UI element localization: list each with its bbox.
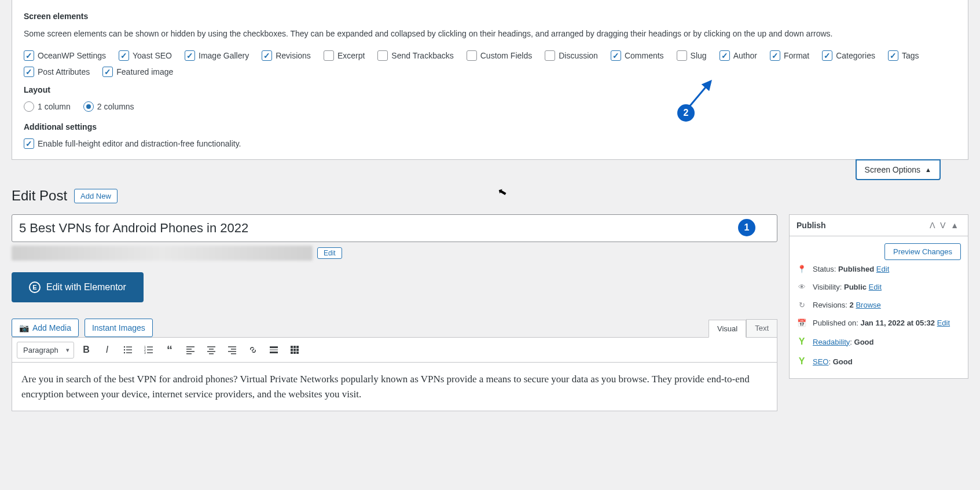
edit-with-elementor-button[interactable]: E Edit with Elementor <box>12 272 144 302</box>
checkbox-yoast-seo[interactable]: Yoast SEO <box>119 50 172 61</box>
svg-rect-30 <box>291 349 293 351</box>
checkbox-author[interactable]: Author <box>720 50 757 61</box>
publish-metabox: Publish ᐱ ᐯ ▲ Preview Changes 📍 Status: … <box>789 214 968 379</box>
checkbox-discussion[interactable]: Discussion <box>545 50 598 61</box>
checkbox-icon <box>377 50 388 61</box>
toolbar-toggle-button[interactable] <box>286 341 303 359</box>
status-edit-link[interactable]: Edit <box>876 265 889 273</box>
radio-1-column[interactable]: 1 column <box>24 101 71 112</box>
published-edit-link[interactable]: Edit <box>937 319 950 327</box>
checkbox-categories[interactable]: Categories <box>822 50 875 61</box>
svg-rect-28 <box>293 346 296 348</box>
checkbox-label: Format <box>784 51 809 60</box>
checkbox-revisions[interactable]: Revisions <box>262 50 311 61</box>
svg-rect-13 <box>186 349 192 350</box>
svg-rect-35 <box>296 352 299 354</box>
checkbox-label: Author <box>733 51 757 60</box>
move-up-icon[interactable]: ᐱ <box>927 221 938 230</box>
checkbox-oceanwp-settings[interactable]: OceanWP Settings <box>24 50 106 61</box>
link-button[interactable] <box>244 341 262 359</box>
permalink-edit-button[interactable]: Edit <box>317 247 342 259</box>
elementor-icon: E <box>29 281 41 293</box>
visibility-edit-link[interactable]: Edit <box>869 283 882 291</box>
svg-rect-33 <box>291 352 293 354</box>
svg-rect-5 <box>126 352 132 353</box>
post-title-input[interactable] <box>12 214 777 242</box>
read-more-button[interactable] <box>265 341 282 359</box>
numbered-list-button[interactable]: 123 <box>140 341 157 359</box>
align-right-button[interactable] <box>223 341 241 359</box>
page-title-row: Edit Post Add New <box>12 188 968 204</box>
additional-checkbox[interactable]: Enable full-height editor and distractio… <box>24 138 956 149</box>
svg-rect-15 <box>186 353 192 354</box>
blockquote-button[interactable]: “ <box>161 341 178 359</box>
svg-rect-22 <box>228 351 236 352</box>
page-title: Edit Post <box>12 188 67 204</box>
svg-rect-3 <box>126 349 132 350</box>
tab-visual[interactable]: Visual <box>709 320 746 338</box>
calendar-icon: 📅 <box>797 319 807 327</box>
editor-toolbar: Paragraph B I 123 “ <box>12 337 777 363</box>
checkbox-comments[interactable]: Comments <box>611 50 664 61</box>
align-left-button[interactable] <box>182 341 199 359</box>
checkbox-featured-image[interactable]: Featured image <box>102 67 173 77</box>
checkbox-slug[interactable]: Slug <box>677 50 707 61</box>
radio-icon <box>83 101 94 112</box>
screen-options-tab-label: Screen Options <box>865 165 921 174</box>
annotation-badge-2: 2 <box>677 104 695 122</box>
checkbox-image-gallery[interactable]: Image Gallery <box>185 50 249 61</box>
status-row: 📍 Status: Published Edit <box>797 260 961 278</box>
checkbox-custom-fields[interactable]: Custom Fields <box>467 50 532 61</box>
checkbox-send-trackbacks[interactable]: Send Trackbacks <box>377 50 453 61</box>
svg-rect-16 <box>207 346 215 348</box>
seo-link[interactable]: SEO <box>813 357 828 366</box>
publish-header[interactable]: Publish ᐱ ᐯ ▲ <box>790 215 968 236</box>
layout-heading: Layout <box>24 85 956 94</box>
format-select[interactable]: Paragraph <box>17 342 74 359</box>
checkbox-icon <box>24 50 34 61</box>
readability-link[interactable]: Readability <box>813 338 850 346</box>
bullet-list-button[interactable] <box>119 341 137 359</box>
svg-rect-31 <box>293 349 296 351</box>
revisions-browse-link[interactable]: Browse <box>856 301 880 309</box>
collapse-icon[interactable]: ▲ <box>948 221 961 230</box>
checkbox-label: Post Attributes <box>38 67 90 76</box>
checkbox-format[interactable]: Format <box>770 50 809 61</box>
add-new-button[interactable]: Add New <box>74 189 118 203</box>
checkbox-tags[interactable]: Tags <box>888 50 919 61</box>
layout-radio-group: 1 column2 columns <box>24 101 956 112</box>
svg-point-4 <box>124 352 125 353</box>
checkbox-post-attributes[interactable]: Post Attributes <box>24 67 90 77</box>
yoast-seo-icon: Y <box>797 356 807 367</box>
checkbox-label: Tags <box>902 51 919 60</box>
checkbox-label: Comments <box>625 51 664 60</box>
checkbox-label: Custom Fields <box>480 51 532 60</box>
checkbox-icon <box>611 50 621 61</box>
preview-changes-button[interactable]: Preview Changes <box>884 243 961 260</box>
editor-content[interactable]: Are you in search of the best VPN for an… <box>12 363 777 411</box>
checkbox-excerpt[interactable]: Excerpt <box>324 50 365 61</box>
screen-options-tab[interactable]: Screen Options ▲ <box>856 159 941 180</box>
tab-text[interactable]: Text <box>746 319 777 337</box>
radio-2-columns[interactable]: 2 columns <box>83 101 134 112</box>
published-row: 📅 Published on: Jan 11, 2022 at 05:32 Ed… <box>797 314 961 332</box>
revisions-row: ↻ Revisions: 2 Browse <box>797 296 961 314</box>
yoast-readability-icon: Y <box>797 337 807 347</box>
svg-text:3: 3 <box>144 351 146 354</box>
add-media-button[interactable]: 📷 Add Media <box>12 319 79 337</box>
move-down-icon[interactable]: ᐯ <box>938 221 948 230</box>
checkbox-icon <box>324 50 334 61</box>
checkbox-icon <box>24 138 34 149</box>
svg-rect-23 <box>231 353 236 354</box>
bold-button[interactable]: B <box>78 341 95 359</box>
checkbox-label: Slug <box>691 51 707 60</box>
checkbox-icon <box>102 67 113 77</box>
svg-point-0 <box>124 346 125 348</box>
align-center-button[interactable] <box>203 341 220 359</box>
pin-icon: 📍 <box>797 265 807 273</box>
additional-checkbox-label: Enable full-height editor and distractio… <box>38 139 241 148</box>
italic-button[interactable]: I <box>98 341 116 359</box>
instant-images-button[interactable]: Instant Images <box>85 319 153 337</box>
screen-options-panel: Screen elements Some screen elements can… <box>12 0 968 160</box>
checkbox-icon <box>822 50 832 61</box>
